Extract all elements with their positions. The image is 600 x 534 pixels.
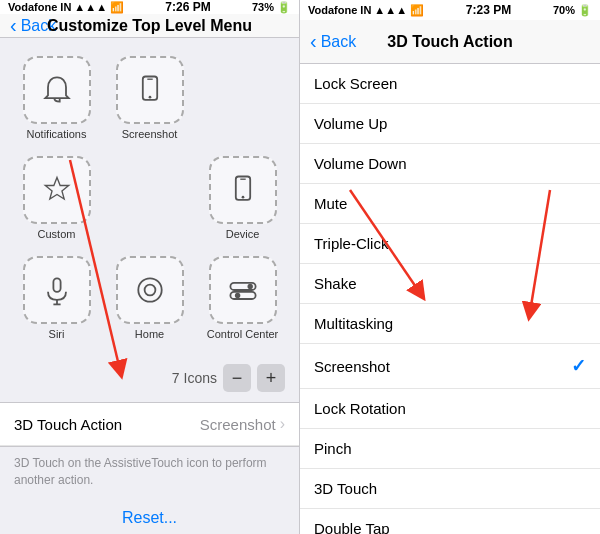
chevron-icon: › <box>280 415 285 433</box>
control-center-label: Control Center <box>207 328 279 340</box>
svg-point-1 <box>148 96 151 99</box>
icon-custom[interactable]: Custom <box>10 148 103 248</box>
device-icon <box>225 172 261 208</box>
svg-point-5 <box>241 196 244 199</box>
custom-box <box>23 156 91 224</box>
left-battery-icon: 🔋 <box>277 1 291 14</box>
screenshot-label: Screenshot <box>122 128 178 140</box>
svg-point-15 <box>234 293 239 298</box>
right-signal-icon: ▲▲▲ <box>374 4 407 16</box>
list-item-label: Volume Up <box>314 115 387 132</box>
list-item-label: Mute <box>314 195 347 212</box>
action-value-container: Screenshot › <box>200 415 285 433</box>
list-item-label: Pinch <box>314 440 352 457</box>
list-item[interactable]: 3D Touch <box>300 469 600 509</box>
right-carrier: Vodafone IN <box>308 4 371 16</box>
left-wifi-icon: 📶 <box>110 1 124 14</box>
plus-button[interactable]: + <box>257 364 285 392</box>
icon-home[interactable]: Home <box>103 248 196 348</box>
action-value: Screenshot <box>200 416 276 433</box>
notifications-box <box>23 56 91 124</box>
right-wifi-icon: 📶 <box>410 4 424 17</box>
list-item[interactable]: Double Tap <box>300 509 600 534</box>
icons-grid: Notifications Screenshot <box>0 38 299 358</box>
minus-button[interactable]: − <box>223 364 251 392</box>
reset-button[interactable]: Reset... <box>122 509 177 526</box>
list-item-label: Volume Down <box>314 155 407 172</box>
left-signal-icon: ▲▲▲ <box>74 1 107 13</box>
device-label: Device <box>226 228 260 240</box>
star-icon <box>39 172 75 208</box>
list-item-label: Lock Screen <box>314 75 397 92</box>
left-nav-bar: ‹ Back Customize Top Level Menu <box>0 14 299 38</box>
svg-point-11 <box>144 285 155 296</box>
svg-rect-7 <box>53 278 60 292</box>
checkmark-icon: ✓ <box>571 355 586 377</box>
custom-label: Custom <box>38 228 76 240</box>
bell-icon <box>39 72 75 108</box>
right-battery-icon: 🔋 <box>578 4 592 17</box>
list-item-label: Lock Rotation <box>314 400 406 417</box>
screenshot-box <box>116 56 184 124</box>
list-item-label: Shake <box>314 275 357 292</box>
right-back-button[interactable]: ‹ Back <box>310 30 356 53</box>
svg-point-10 <box>138 278 161 301</box>
toggle-icon <box>225 272 261 308</box>
list-item[interactable]: Volume Up <box>300 104 600 144</box>
phone-icon <box>132 72 168 108</box>
settings-section: 3D Touch Action Screenshot › <box>0 402 299 447</box>
list-item[interactable]: Mute <box>300 184 600 224</box>
left-carrier: Vodafone IN <box>8 1 71 13</box>
icon-siri[interactable]: Siri <box>10 248 103 348</box>
home-circle-icon <box>132 272 168 308</box>
list-item[interactable]: Pinch <box>300 429 600 469</box>
action-description: 3D Touch on the AssistiveTouch icon to p… <box>0 447 299 497</box>
icon-screenshot[interactable]: Screenshot <box>103 48 196 148</box>
left-time: 7:26 PM <box>165 0 210 14</box>
list-item-label: Screenshot <box>314 358 390 375</box>
list-item-label: Triple-Click <box>314 235 388 252</box>
right-nav-title: 3D Touch Action <box>387 33 512 51</box>
right-status-bar: Vodafone IN ▲▲▲ 📶 7:23 PM 70% 🔋 <box>300 0 600 20</box>
action-row[interactable]: 3D Touch Action Screenshot › <box>0 403 299 446</box>
list-item[interactable]: Shake <box>300 264 600 304</box>
icon-notifications[interactable]: Notifications <box>10 48 103 148</box>
list-item[interactable]: Multitasking <box>300 304 600 344</box>
list-item-label: Multitasking <box>314 315 393 332</box>
action-list: Lock ScreenVolume UpVolume DownMuteTripl… <box>300 64 600 534</box>
icons-count: 7 Icons <box>172 370 217 386</box>
icon-control-center[interactable]: Control Center <box>196 248 289 348</box>
home-label: Home <box>135 328 164 340</box>
list-item-label: 3D Touch <box>314 480 377 497</box>
list-item[interactable]: Triple-Click <box>300 224 600 264</box>
right-battery: 70% <box>553 4 575 16</box>
notifications-label: Notifications <box>27 128 87 140</box>
icons-count-row: 7 Icons − + <box>0 358 299 398</box>
action-label: 3D Touch Action <box>14 416 122 433</box>
left-battery: 73% <box>252 1 274 13</box>
siri-label: Siri <box>49 328 65 340</box>
list-item[interactable]: Lock Rotation <box>300 389 600 429</box>
mic-icon <box>39 272 75 308</box>
list-item[interactable]: Lock Screen <box>300 64 600 104</box>
svg-marker-3 <box>45 177 68 199</box>
right-back-label: Back <box>321 33 357 51</box>
reset-row: Reset... <box>0 497 299 534</box>
list-item[interactable]: Screenshot✓ <box>300 344 600 389</box>
left-nav-title: Customize Top Level Menu <box>47 17 252 35</box>
control-box <box>209 256 277 324</box>
icon-device[interactable]: Device <box>196 148 289 248</box>
list-item-label: Double Tap <box>314 520 390 534</box>
left-status-bar: Vodafone IN ▲▲▲ 📶 7:26 PM 73% 🔋 <box>0 0 299 14</box>
svg-point-13 <box>247 284 252 289</box>
device-box <box>209 156 277 224</box>
svg-rect-14 <box>230 292 255 299</box>
list-item[interactable]: Volume Down <box>300 144 600 184</box>
siri-box <box>23 256 91 324</box>
right-time: 7:23 PM <box>466 3 511 17</box>
right-nav-bar: ‹ Back 3D Touch Action <box>300 20 600 64</box>
home-box <box>116 256 184 324</box>
